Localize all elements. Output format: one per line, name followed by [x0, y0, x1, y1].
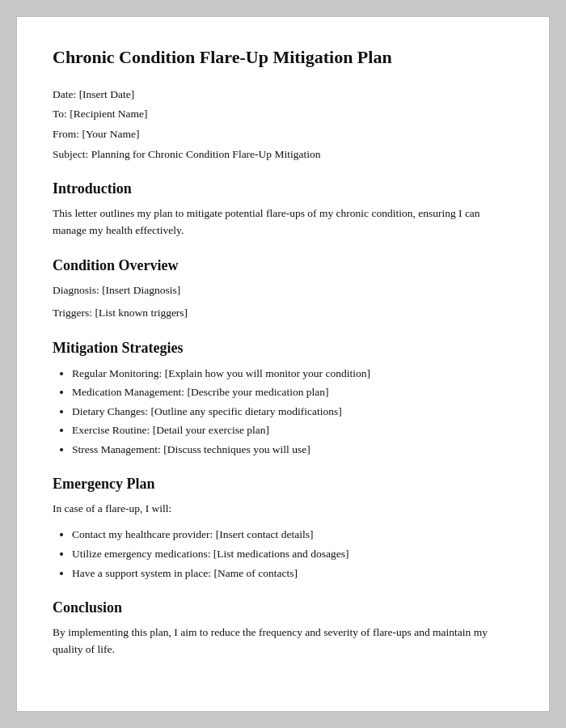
introduction-text: This letter outlines my plan to mitigate… — [53, 205, 513, 239]
list-item: Medication Management: [Describe your me… — [72, 383, 513, 401]
emergency-list: Contact my healthcare provider: [Insert … — [72, 526, 513, 582]
subject-value: Planning for Chronic Condition Flare-Up … — [91, 148, 321, 160]
document-title: Chronic Condition Flare-Up Mitigation Pl… — [53, 46, 513, 70]
meta-from: From: [Your Name] — [53, 127, 513, 142]
list-item: Regular Monitoring: [Explain how you wil… — [72, 365, 513, 383]
list-item: Have a support system in place: [Name of… — [72, 565, 513, 582]
heading-conclusion: Conclusion — [53, 599, 513, 616]
to-label: To: — [53, 108, 67, 120]
list-item: Exercise Routine: [Detail your exercise … — [72, 421, 513, 439]
meta-block: Date: [Insert Date] To: [Recipient Name]… — [53, 87, 513, 163]
heading-introduction: Introduction — [53, 180, 513, 197]
meta-to: To: [Recipient Name] — [53, 107, 513, 122]
diagnosis-field: Diagnosis: [Insert Diagnosis] — [53, 282, 513, 298]
date-value: [Insert Date] — [79, 88, 135, 100]
heading-condition-overview: Condition Overview — [53, 257, 513, 274]
conclusion-text: By implementing this plan, I aim to redu… — [53, 624, 513, 658]
meta-date: Date: [Insert Date] — [53, 87, 513, 103]
date-label: Date: — [53, 88, 76, 100]
heading-mitigation-strategies: Mitigation Strategies — [53, 340, 513, 357]
emergency-intro: In case of a flare-up, I will: — [53, 501, 513, 518]
from-label: From: — [53, 128, 79, 140]
heading-emergency-plan: Emergency Plan — [53, 476, 513, 493]
subject-label: Subject: — [53, 148, 88, 160]
to-value: [Recipient Name] — [70, 108, 147, 120]
document-container: Chronic Condition Flare-Up Mitigation Pl… — [16, 16, 550, 712]
list-item: Dietary Changes: [Outline any specific d… — [72, 403, 513, 421]
list-item: Stress Management: [Discuss techniques y… — [72, 441, 513, 459]
from-value: [Your Name] — [82, 128, 139, 140]
mitigation-list: Regular Monitoring: [Explain how you wil… — [72, 365, 513, 459]
list-item: Contact my healthcare provider: [Insert … — [72, 526, 513, 544]
triggers-field: Triggers: [List known triggers] — [53, 305, 513, 321]
list-item: Utilize emergency medications: [List med… — [72, 545, 513, 563]
meta-subject: Subject: Planning for Chronic Condition … — [53, 147, 513, 163]
